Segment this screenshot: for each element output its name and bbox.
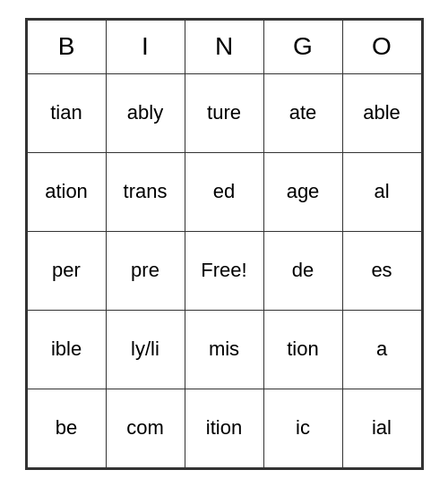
bingo-cell-3-2: mis bbox=[185, 310, 263, 389]
bingo-cell-3-1: ly/li bbox=[106, 310, 185, 389]
header-col-b: B bbox=[27, 20, 106, 73]
header-row: BINGO bbox=[27, 20, 421, 73]
bingo-cell-3-3: tion bbox=[263, 310, 342, 389]
bingo-cell-2-1: pre bbox=[106, 231, 185, 310]
bingo-card: BINGO tianablytureateableationtransedage… bbox=[25, 18, 424, 470]
bingo-cell-1-2: ed bbox=[185, 152, 263, 231]
bingo-row-3: iblely/limistiona bbox=[27, 310, 421, 389]
bingo-cell-1-4: al bbox=[342, 152, 421, 231]
bingo-cell-4-1: com bbox=[106, 389, 185, 467]
header-col-n: N bbox=[185, 20, 263, 73]
bingo-cell-2-3: de bbox=[263, 231, 342, 310]
bingo-cell-0-0: tian bbox=[27, 73, 106, 152]
bingo-row-1: ationtransedageal bbox=[27, 152, 421, 231]
header-col-o: O bbox=[342, 20, 421, 73]
bingo-body: tianablytureateableationtransedagealperp… bbox=[27, 73, 421, 467]
bingo-row-0: tianablytureateable bbox=[27, 73, 421, 152]
bingo-cell-0-4: able bbox=[342, 73, 421, 152]
bingo-cell-0-3: ate bbox=[263, 73, 342, 152]
bingo-cell-4-0: be bbox=[27, 389, 106, 467]
bingo-cell-4-4: ial bbox=[342, 389, 421, 467]
bingo-cell-1-1: trans bbox=[106, 152, 185, 231]
bingo-cell-2-2: Free! bbox=[185, 231, 263, 310]
bingo-cell-2-4: es bbox=[342, 231, 421, 310]
bingo-cell-4-3: ic bbox=[263, 389, 342, 467]
bingo-table: BINGO tianablytureateableationtransedage… bbox=[27, 20, 422, 468]
bingo-cell-4-2: ition bbox=[185, 389, 263, 467]
header-col-g: G bbox=[263, 20, 342, 73]
bingo-cell-1-0: ation bbox=[27, 152, 106, 231]
bingo-cell-3-4: a bbox=[342, 310, 421, 389]
bingo-cell-0-1: ably bbox=[106, 73, 185, 152]
bingo-row-4: becomitionicial bbox=[27, 389, 421, 467]
bingo-row-2: perpreFree!dees bbox=[27, 231, 421, 310]
bingo-cell-3-0: ible bbox=[27, 310, 106, 389]
header-col-i: I bbox=[106, 20, 185, 73]
bingo-cell-2-0: per bbox=[27, 231, 106, 310]
bingo-cell-0-2: ture bbox=[185, 73, 263, 152]
bingo-cell-1-3: age bbox=[263, 152, 342, 231]
